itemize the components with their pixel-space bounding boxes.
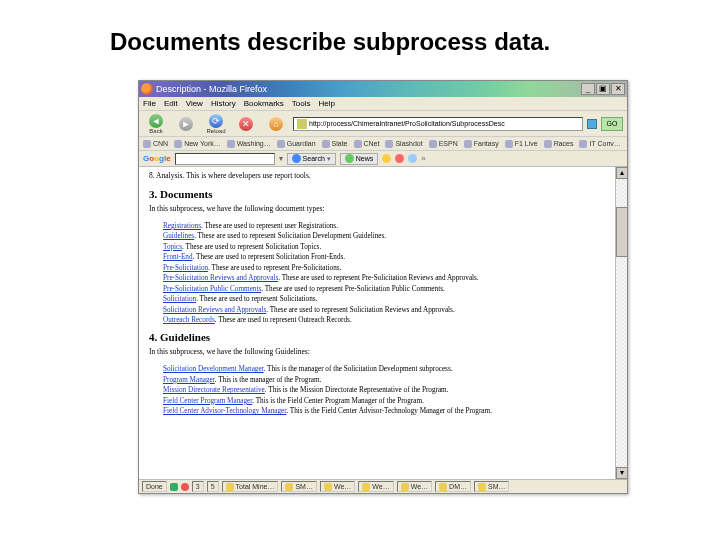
doc-link[interactable]: Guidelines bbox=[163, 232, 194, 240]
go-label: GO bbox=[607, 120, 618, 127]
status-cell[interactable]: 3 bbox=[192, 481, 204, 492]
bookmark-item[interactable]: ESPN bbox=[429, 140, 458, 148]
guidelines-list: Solicitation Development Manager. This i… bbox=[149, 364, 605, 416]
doc-link[interactable]: Pre-Solicitation Reviews and Approvals bbox=[163, 274, 278, 282]
list-item: Field Center Advisor-Technology Manager.… bbox=[163, 406, 605, 416]
url-text: http://process/ChimeraIntranet/ProSolici… bbox=[309, 120, 505, 127]
doc-link[interactable]: Solicitation Reviews and Approvals bbox=[163, 306, 266, 314]
guidelines-heading: 4. Guidelines bbox=[149, 331, 605, 343]
doc-link[interactable]: Outreach Records bbox=[163, 316, 215, 324]
close-button[interactable]: ✕ bbox=[611, 83, 625, 95]
scroll-up-button[interactable]: ▲ bbox=[616, 167, 628, 179]
list-item: Program Manager. This is the manager of … bbox=[163, 375, 605, 385]
bookmark-item[interactable]: New York… bbox=[174, 140, 221, 148]
guideline-link[interactable]: Solicitation Development Manager bbox=[163, 365, 264, 373]
doc-link[interactable]: Topics bbox=[163, 243, 182, 251]
toolbar-overflow-icon[interactable]: » bbox=[421, 154, 425, 163]
bookmark-item[interactable]: IT Conv… bbox=[579, 140, 620, 148]
scroll-thumb[interactable] bbox=[616, 207, 628, 257]
menu-file[interactable]: File bbox=[143, 99, 156, 108]
menu-tools[interactable]: Tools bbox=[292, 99, 311, 108]
toolbar-icon[interactable] bbox=[382, 154, 391, 163]
reload-button[interactable]: ⟳ Reload bbox=[203, 114, 229, 134]
doc-link[interactable]: Solicitation bbox=[163, 295, 196, 303]
menu-view[interactable]: View bbox=[186, 99, 203, 108]
doc-link[interactable]: Registrations bbox=[163, 222, 201, 230]
toolbar-icon[interactable] bbox=[408, 154, 417, 163]
bookmark-icon bbox=[544, 140, 552, 148]
guidelines-intro: In this subprocess, we have the followin… bbox=[149, 347, 605, 356]
guideline-link[interactable]: Program Manager bbox=[163, 376, 215, 384]
list-item: Pre-Solicitation Public Comments. These … bbox=[163, 284, 605, 294]
toolbar-icon[interactable] bbox=[395, 154, 404, 163]
menu-help[interactable]: Help bbox=[318, 99, 334, 108]
status-item-icon bbox=[285, 483, 293, 491]
bookmark-item[interactable]: Slashdot bbox=[385, 140, 422, 148]
address-bar[interactable]: http://process/ChimeraIntranet/ProSolici… bbox=[293, 117, 583, 131]
scroll-down-button[interactable]: ▼ bbox=[616, 467, 628, 479]
status-cell[interactable]: 5 bbox=[207, 481, 219, 492]
status-cell[interactable]: SM… bbox=[474, 481, 510, 492]
status-item-icon bbox=[362, 483, 370, 491]
forward-icon: ► bbox=[179, 117, 193, 131]
news-icon bbox=[345, 154, 354, 163]
rss-icon[interactable] bbox=[587, 119, 597, 129]
status-item-icon bbox=[226, 483, 234, 491]
list-item: Pre-Solicitation. These are used to repr… bbox=[163, 263, 605, 273]
dropdown-icon[interactable]: ▾ bbox=[279, 154, 283, 163]
forward-button[interactable]: ► bbox=[173, 117, 199, 131]
bookmark-item[interactable]: CNN bbox=[143, 140, 168, 148]
bookmark-icon bbox=[429, 140, 437, 148]
status-cell[interactable]: We… bbox=[397, 481, 432, 492]
bookmark-item[interactable]: Guardian bbox=[277, 140, 316, 148]
status-cell[interactable]: DM… bbox=[435, 481, 471, 492]
google-news-button[interactable]: News bbox=[340, 153, 379, 165]
back-button[interactable]: ◄ Back bbox=[143, 114, 169, 134]
status-cell[interactable]: We… bbox=[320, 481, 355, 492]
maximize-button[interactable]: ▣ bbox=[596, 83, 610, 95]
status-item-icon bbox=[401, 483, 409, 491]
guideline-link[interactable]: Mission Directorate Representative bbox=[163, 386, 265, 394]
status-icon[interactable] bbox=[170, 483, 178, 491]
list-item: Field Center Program Manager. This is th… bbox=[163, 396, 605, 406]
firefox-icon bbox=[141, 83, 153, 95]
menu-bookmarks[interactable]: Bookmarks bbox=[244, 99, 284, 108]
doc-link[interactable]: Front-End bbox=[163, 253, 193, 261]
documents-list: Registrations. These are used to represe… bbox=[149, 221, 605, 325]
home-icon: ⌂ bbox=[269, 117, 283, 131]
doc-link[interactable]: Pre-Solicitation bbox=[163, 264, 208, 272]
google-search-input[interactable] bbox=[175, 153, 275, 165]
status-icon[interactable] bbox=[181, 483, 189, 491]
bookmark-icon bbox=[579, 140, 587, 148]
bookmark-icon bbox=[385, 140, 393, 148]
bookmark-item[interactable]: CNet bbox=[354, 140, 380, 148]
google-logo: Google bbox=[143, 154, 171, 163]
minimize-button[interactable]: _ bbox=[581, 83, 595, 95]
window-titlebar[interactable]: Description - Mozilla Firefox _ ▣ ✕ bbox=[139, 81, 627, 97]
bookmark-icon bbox=[227, 140, 235, 148]
stop-icon: ✕ bbox=[239, 117, 253, 131]
status-cell[interactable]: SM… bbox=[281, 481, 317, 492]
stop-button[interactable]: ✕ bbox=[233, 117, 259, 131]
bookmark-item[interactable]: Fantasy bbox=[464, 140, 499, 148]
bookmark-icon bbox=[277, 140, 285, 148]
list-item: Solicitation Reviews and Approvals. Thes… bbox=[163, 305, 605, 315]
google-search-button[interactable]: Search▾ bbox=[287, 153, 336, 165]
page-content: 8. Analysis. This is where developers us… bbox=[139, 167, 615, 479]
vertical-scrollbar[interactable]: ▲ ▼ bbox=[615, 167, 627, 479]
menu-history[interactable]: History bbox=[211, 99, 236, 108]
bookmark-item[interactable]: Slate bbox=[322, 140, 348, 148]
bookmark-item[interactable]: F1 Live bbox=[505, 140, 538, 148]
slide-title: Documents describe subprocess data. bbox=[0, 0, 720, 68]
guideline-link[interactable]: Field Center Program Manager bbox=[163, 397, 252, 405]
home-button[interactable]: ⌂ bbox=[263, 117, 289, 131]
menu-edit[interactable]: Edit bbox=[164, 99, 178, 108]
status-cell[interactable]: We… bbox=[358, 481, 393, 492]
nav-toolbar: ◄ Back ► ⟳ Reload ✕ ⌂ http://process/Chi… bbox=[139, 111, 627, 137]
guideline-link[interactable]: Field Center Advisor-Technology Manager bbox=[163, 407, 286, 415]
bookmark-item[interactable]: Races bbox=[544, 140, 574, 148]
doc-link[interactable]: Pre-Solicitation Public Comments bbox=[163, 285, 261, 293]
status-cell[interactable]: Total Mine… bbox=[222, 481, 279, 492]
bookmark-item[interactable]: Washing… bbox=[227, 140, 271, 148]
go-button[interactable]: GO bbox=[601, 117, 623, 131]
